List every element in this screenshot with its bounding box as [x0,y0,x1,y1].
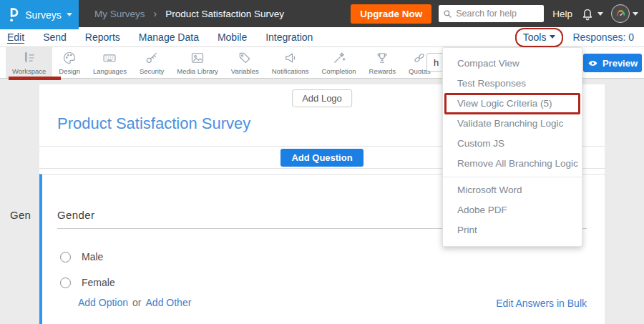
palette-icon [62,51,77,65]
breadcrumb-parent[interactable]: My Surveys [94,9,145,19]
menu-item-label: Print [457,225,477,235]
radio-button-icon[interactable] [60,252,71,262]
notifications-menu[interactable] [580,6,603,21]
menu-item-print[interactable]: Print [443,220,582,240]
app-menu-label: Surveys [25,9,62,21]
nav-tab-edit[interactable]: Edit [7,31,24,43]
product-switcher[interactable]: Surveys [0,0,79,29]
chevron-down-icon [597,12,603,16]
answer-option-female[interactable]: Female [60,277,115,288]
bell-icon [580,6,595,21]
toolbar-item-workspace[interactable]: Workspace [6,47,52,78]
help-link[interactable]: Help [552,9,572,19]
keyboard-icon [102,51,117,65]
magic-wand-icon [332,51,346,65]
add-other-link[interactable]: Add Other [146,297,192,308]
gauge-avatar-icon [615,8,627,20]
toolbar-item-label: Media Library [177,67,218,75]
partial-input-text: h [434,57,439,68]
toolbar-item-security[interactable]: Security [133,47,170,78]
tools-label: Tools [523,31,547,43]
menu-item-microsoft-word[interactable]: Microsoft Word [443,180,582,200]
nav-tab-manage-data[interactable]: Manage Data [139,31,199,43]
toolbar-item-variables[interactable]: Variables [225,47,265,78]
menu-item-test-responses[interactable]: Test Responses [443,74,582,94]
menu-item-adobe-pdf[interactable]: Adobe PDF [443,200,582,220]
edit-answers-in-bulk-link[interactable]: Edit Answers in Bulk [496,298,587,309]
toolbar-item-label: Security [140,67,164,75]
toolbar-item-label: Rewards [369,67,396,75]
nav-right-section: Tools Responses: 0 [520,30,637,44]
avatar [611,4,630,23]
breadcrumb-separator: › [154,8,157,19]
responses-count: Responses: 0 [572,31,634,43]
tools-dropdown-menu: Compact View Test Responses View Logic C… [442,47,582,247]
search-icon [443,9,452,19]
nav-tab-mobile[interactable]: Mobile [218,31,247,43]
toolbar-item-completion[interactable]: Completion [316,47,363,78]
breadcrumb-current: Product Satisfaction Survey [165,9,284,19]
trophy-icon [375,51,389,65]
menu-item-remove-all-branching-logic[interactable]: Remove All Branching Logic [443,154,582,174]
menu-item-compact-view[interactable]: Compact View [443,54,582,74]
toolbar-item-label: Workspace [12,67,46,75]
nav-tab-send[interactable]: Send [43,31,67,43]
nav-tab-reports[interactable]: Reports [85,31,120,43]
menu-item-validate-branching-logic[interactable]: Validate Branching Logic [443,114,582,134]
toolbar-item-label: Variables [231,67,259,75]
chain-links-icon [412,51,426,65]
answer-option-male[interactable]: Male [60,251,103,262]
toolbar-item-rewards[interactable]: Rewards [363,47,403,78]
menu-item-label: Remove All Branching Logic [457,158,578,169]
menu-item-label: Compact View [457,58,519,69]
nav-tab-integration[interactable]: Integration [265,31,313,43]
search-input[interactable] [456,9,535,19]
menu-item-label: Custom JS [457,138,504,149]
add-logo-button[interactable]: Add Logo [292,89,352,107]
workspace-icon [22,51,36,65]
help-search[interactable] [439,5,544,22]
toolbar-item-label: Design [59,67,80,75]
menu-item-label: Test Responses [457,78,526,89]
toolbar-item-label: Notifications [272,67,309,75]
option-links: Add Option or Add Other [78,297,191,308]
toolbar-item-design[interactable]: Design [52,47,87,78]
menu-item-view-logic-criteria[interactable]: View Logic Criteria (5) [443,94,582,114]
toolbar-item-label: Languages [93,67,127,75]
section-nav: Edit Send Reports Manage Data Mobile Int… [0,27,644,47]
chevron-down-icon [550,35,555,39]
top-header-bar: Surveys My Surveys › Product Satisfactio… [0,0,644,27]
menu-item-label: Microsoft Word [457,185,522,195]
menu-divider [443,177,582,177]
background-question-snippet: Gen [10,209,31,221]
menu-item-custom-js[interactable]: Custom JS [443,134,582,154]
add-option-link[interactable]: Add Option [78,297,128,308]
menu-item-label: Adobe PDF [457,205,507,215]
toolbar-item-media-library[interactable]: Media Library [170,47,225,78]
account-menu[interactable] [611,4,638,23]
menu-item-label: View Logic Criteria (5) [457,98,552,109]
option-label: Female [82,277,115,288]
chevron-down-icon [633,12,638,16]
preview-button[interactable]: Preview [583,54,642,72]
radio-button-icon[interactable] [60,278,71,288]
app-window: Surveys My Surveys › Product Satisfactio… [0,0,644,324]
chevron-down-icon [67,13,72,16]
megaphone-icon [283,51,298,65]
toolbar-item-notifications[interactable]: Notifications [265,47,316,78]
eye-icon [587,58,598,69]
question-label[interactable]: Gender [57,209,94,221]
option-label: Male [82,251,103,262]
toolbar-item-label: Completion [322,67,356,75]
tag-icon [238,51,252,65]
nav-links: Edit Send Reports Manage Data Mobile Int… [7,31,313,43]
toolbar-item-languages[interactable]: Languages [87,47,133,78]
or-label: or [132,297,141,308]
survey-title[interactable]: Product Satisfaction Survey [57,114,250,133]
menu-item-label: Validate Branching Logic [457,118,563,129]
tools-dropdown-button[interactable]: Tools [520,30,559,44]
key-icon [145,51,159,65]
add-question-button[interactable]: Add Question [280,149,363,167]
upgrade-now-button[interactable]: Upgrade Now [351,4,431,24]
annotation-underline-workspace [9,77,61,80]
